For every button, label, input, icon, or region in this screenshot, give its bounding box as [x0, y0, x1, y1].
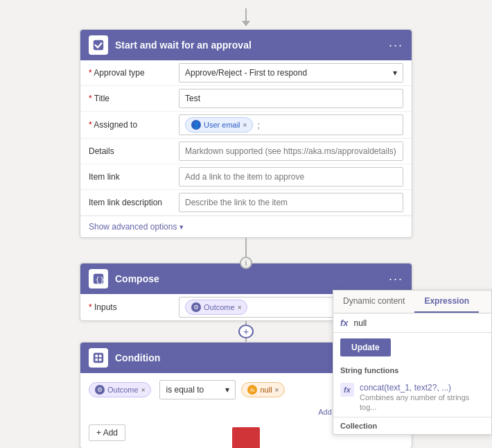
fx-label: fx — [340, 318, 349, 328]
approval-icon — [89, 35, 108, 55]
title-label: Title — [89, 94, 179, 103]
condition-outcome-icon: ⚙ — [95, 385, 105, 395]
concat-function-item[interactable]: fx concat(text_1, text2?, ...) Combines … — [333, 379, 491, 417]
outcome-icon: ⚙ — [191, 302, 201, 312]
condition-icon-svg — [92, 352, 105, 364]
add-step-button[interactable]: + — [238, 325, 254, 338]
panel-tabs: Dynamic content Expression — [333, 291, 491, 313]
item-link-input[interactable] — [179, 167, 403, 187]
compose-icon-svg: {} — [92, 273, 105, 285]
show-advanced-chevron-icon: ▾ — [179, 223, 184, 232]
arrow-head — [242, 21, 250, 26]
show-advanced-options[interactable]: Show advanced options ▾ — [80, 216, 412, 237]
item-link-desc-input[interactable] — [179, 193, 403, 212]
details-label: Details — [89, 146, 179, 156]
title-input[interactable] — [179, 89, 403, 108]
info-circle-icon: ℹ — [240, 257, 252, 269]
approval-card: Start and wait for an approval ··· Appro… — [80, 29, 412, 238]
add-button[interactable]: + Add — [89, 424, 125, 441]
arrow-line — [245, 8, 247, 21]
condition-outcome-close[interactable]: × — [141, 386, 146, 394]
approval-type-row: Approval type Approve/Reject - First to … — [80, 60, 412, 86]
compose-icon: {} — [89, 269, 108, 288]
main-canvas: Start and wait for an approval ··· Appro… — [0, 0, 492, 448]
condition-outcome-label: Outcome — [107, 386, 139, 394]
concat-fn-text: concat(text_1, text2?, ...) Combines any… — [360, 383, 484, 413]
condition-null-tag: fx null × — [241, 382, 285, 397]
concat-fn-name: concat(text_1, text2?, ...) — [360, 383, 484, 393]
approval-type-select[interactable]: Approve/Reject - First to respond ▾ — [179, 63, 403, 83]
expression-panel: Dynamic content Expression fx Update Str… — [333, 290, 492, 435]
approval-type-value: Approve/Reject - First to respond — [185, 68, 307, 78]
plus-line-bottom — [245, 338, 247, 342]
inputs-label: Inputs — [89, 302, 179, 312]
user-email-tag: 👤 User email × — [185, 117, 253, 132]
compose-title: Compose — [115, 273, 389, 284]
approval-type-label: Approval type — [89, 68, 179, 78]
assigned-to-input[interactable]: 👤 User email × ; — [179, 114, 403, 135]
bottom-red-bar — [232, 427, 260, 448]
update-button[interactable]: Update — [340, 338, 391, 356]
item-link-label: Item link — [89, 172, 179, 182]
condition-operator-value: is equal to — [166, 385, 204, 395]
concat-fn-desc: Combines any number of strings tog... — [360, 393, 484, 413]
details-row: Details — [80, 139, 412, 164]
middle-connector: ℹ — [245, 238, 247, 263]
user-icon: 👤 — [191, 120, 201, 130]
tab-expression[interactable]: Expression — [414, 291, 479, 313]
collection-section: Collection — [333, 417, 491, 434]
outcome-tag: ⚙ Outcome × — [185, 300, 247, 315]
svg-text:{}: {} — [96, 275, 105, 284]
approval-title: Start and wait for an approval — [115, 40, 389, 51]
compose-more-btn[interactable]: ··· — [389, 272, 403, 286]
fx-input-row: fx — [333, 313, 491, 333]
user-email-tag-label: User email — [204, 121, 240, 129]
chevron-down-icon: ▾ — [393, 68, 397, 78]
assigned-to-row: Assigned to 👤 User email × ; — [80, 112, 412, 139]
top-arrow-connector — [242, 8, 250, 26]
fx-input[interactable] — [354, 318, 484, 328]
condition-operator-select[interactable]: is equal to ▾ — [159, 380, 236, 399]
approval-more-btn[interactable]: ··· — [389, 38, 403, 53]
details-input[interactable] — [179, 141, 403, 161]
condition-operator-chevron: ▾ — [225, 385, 229, 395]
svg-rect-7 — [99, 359, 102, 361]
condition-outcome-tag: ⚙ Outcome × — [89, 382, 151, 397]
assigned-to-label: Assigned to — [89, 120, 179, 130]
svg-rect-4 — [96, 355, 98, 358]
condition-null-icon: fx — [247, 385, 257, 395]
approval-icon-svg — [92, 39, 105, 51]
show-advanced-label: Show advanced options — [89, 222, 177, 232]
outcome-tag-close[interactable]: × — [238, 304, 242, 311]
approval-card-header: Start and wait for an approval ··· — [80, 30, 412, 60]
svg-rect-6 — [96, 359, 98, 361]
condition-icon — [89, 348, 108, 368]
plus-connector: + — [238, 321, 254, 342]
svg-rect-3 — [94, 353, 103, 363]
outcome-tag-label: Outcome — [204, 303, 235, 311]
item-link-row: Item link — [80, 164, 412, 190]
title-row: Title — [80, 86, 412, 112]
item-link-desc-row: Item link description — [80, 190, 412, 216]
item-link-desc-label: Item link description — [89, 198, 179, 207]
string-functions-section: String functions — [333, 362, 491, 379]
assigned-separator: ; — [257, 120, 260, 130]
condition-null-close[interactable]: × — [275, 386, 279, 394]
concat-fn-icon: fx — [340, 383, 354, 397]
svg-rect-5 — [99, 355, 102, 358]
tab-dynamic-content[interactable]: Dynamic content — [333, 291, 414, 313]
user-email-tag-close[interactable]: × — [243, 121, 247, 129]
approval-card-body: Approval type Approve/Reject - First to … — [80, 60, 412, 237]
condition-null-label: null — [260, 386, 272, 394]
